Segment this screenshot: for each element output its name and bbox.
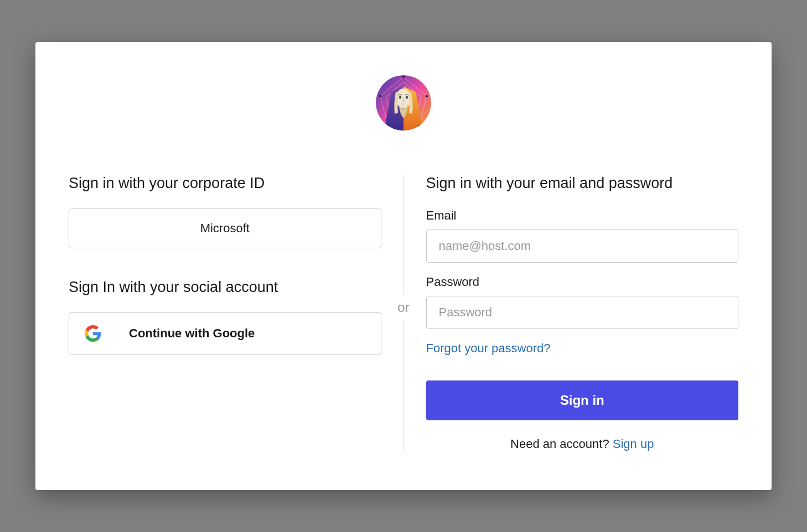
content-columns: Sign in with your corporate ID Microsoft… xyxy=(69,175,738,451)
google-icon xyxy=(85,325,101,342)
svg-point-5 xyxy=(399,96,401,99)
svg-point-9 xyxy=(426,95,428,97)
password-label: Password xyxy=(426,275,739,289)
email-input[interactable] xyxy=(426,230,739,263)
logo-container xyxy=(69,75,738,131)
column-divider: or xyxy=(404,175,404,451)
email-signin-heading: Sign in with your email and password xyxy=(426,175,739,192)
forgot-password-link[interactable]: Forgot your password? xyxy=(426,341,551,356)
social-signin-heading: Sign In with your social account xyxy=(69,279,381,296)
svg-point-10 xyxy=(387,125,389,127)
app-logo xyxy=(376,75,431,131)
corporate-signin-heading: Sign in with your corporate ID xyxy=(69,175,381,192)
or-divider-text: or xyxy=(397,295,409,320)
logo-icon xyxy=(376,75,431,131)
svg-point-6 xyxy=(406,96,408,99)
google-label: Continue with Google xyxy=(129,326,255,341)
svg-point-8 xyxy=(379,95,381,97)
signin-button[interactable]: Sign in xyxy=(426,380,739,420)
google-signin-button[interactable]: Continue with Google xyxy=(69,312,381,354)
microsoft-signin-button[interactable]: Microsoft xyxy=(69,208,381,248)
email-label: Email xyxy=(426,208,739,223)
signup-prompt: Need an account? Sign up xyxy=(426,437,739,451)
microsoft-label: Microsoft xyxy=(200,221,250,236)
svg-point-7 xyxy=(402,76,405,78)
svg-point-11 xyxy=(418,125,420,127)
signin-card: Sign in with your corporate ID Microsoft… xyxy=(35,42,772,490)
password-input[interactable] xyxy=(426,296,739,329)
signup-prefix: Need an account? xyxy=(510,437,613,451)
signup-link[interactable]: Sign up xyxy=(613,437,654,451)
right-column: Sign in with your email and password Ema… xyxy=(404,175,739,451)
left-column: Sign in with your corporate ID Microsoft… xyxy=(69,175,404,451)
